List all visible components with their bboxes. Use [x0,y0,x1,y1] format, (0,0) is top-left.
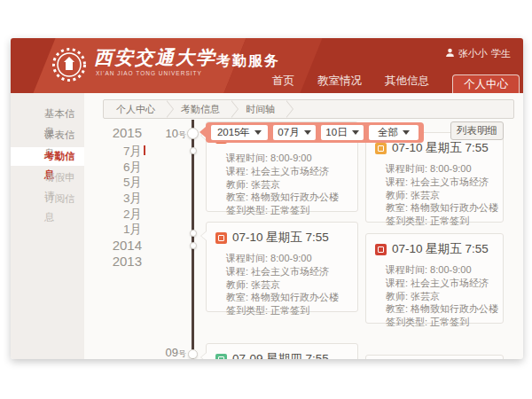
breadcrumb: 个人中心 考勤信息 时间轴 [103,99,514,119]
sidebar-item-basic-info[interactable]: 基本信息 [11,105,84,123]
type-select[interactable]: 全部 [369,125,419,140]
card-title: 07-10 星期五 7:55 [392,241,489,257]
card-title: 07-10 星期五 7:55 [232,230,329,246]
sidebar-item-leave-request[interactable]: 请假申请 [11,168,84,187]
card-line-signin-type: 签到类型: 正常签到 [226,304,357,317]
timeline-year-2014[interactable]: 2014 [96,238,142,253]
timeline-month-mar[interactable]: 3月 [96,191,142,207]
chevron-down-icon [403,130,410,135]
card-title: 07-09 星期四 7:55 [232,351,329,359]
month-select[interactable]: 07月 [273,125,316,140]
app-window: 西安交通大学 XI'AN JIAO TONG UNIVERSITY 考勤服务 张… [11,38,523,359]
card-line-course-time: 课程时间: 8:00-9:00 [226,252,357,265]
attendance-card: 07-10 星期五 7:55 课程时间: 8:00-9:00 课程: 社会主义市… [365,132,504,223]
card-line-course: 课程: 社会主义市场经济 [226,265,357,278]
timeline-month-may[interactable]: 5月 [96,175,142,191]
card-line-course: 课程: 社会主义市场经济 [226,165,357,178]
timeline-day-label-09: 09号 [144,346,186,359]
attendance-card: 07-09 星期四 7:55 [206,343,358,359]
timeline-node [190,147,197,154]
card-line-course: 课程: 社会主义市场经济 [386,176,503,189]
nav-personal-center-active-tab[interactable]: 个人中心 [452,74,520,93]
nav-home[interactable]: 首页 [272,74,294,93]
card-line-classroom: 教室: 格物致知行政办公楼 [226,291,357,304]
card-line-course-time: 课程时间: 8:00-9:00 [386,263,503,277]
timeline-year-2015[interactable]: 2015 [96,125,142,140]
card-line-teacher: 教师: 张芸京 [226,278,357,292]
date-filter-callout: 2015年 07月 10日 全部 [206,122,424,143]
timeline-year-2013[interactable]: 2013 [96,254,142,269]
chevron-down-icon [254,130,262,135]
card-line-classroom: 教室: 格物致知行政办公楼 [386,201,503,215]
attendance-type-icon [375,143,387,154]
card-line-teacher: 教师: 张芸京 [386,189,503,202]
timeline-axis [192,120,194,359]
attendance-card: 07-10 星期五 7:55 课程时间: 8:00-9:00 课程: 社会主义市… [365,233,504,324]
app-header: 西安交通大学 XI'AN JIAO TONG UNIVERSITY 考勤服务 张… [11,38,523,93]
chevron-down-icon [304,130,311,135]
card-line-teacher: 教师: 张芸京 [386,290,503,303]
attendance-type-icon [215,354,227,360]
card-line-signin-type: 签到类型: 正常签到 [226,204,357,217]
timeline-day-label-10: 10号 [144,127,186,141]
timeline-month-feb[interactable]: 2月 [96,207,142,223]
day-select[interactable]: 10日 [321,125,364,140]
university-name-en: XI'AN JIAO TONG UNIVERSITY [96,70,202,76]
card-line-course-time: 课程时间: 8:00-9:00 [386,162,503,176]
attendance-type-icon [375,244,387,255]
nav-classrooms[interactable]: 教室情况 [317,74,362,93]
breadcrumb-personal-center[interactable]: 个人中心 [104,100,166,118]
card-line-signin-type: 签到类型: 正常签到 [386,316,503,329]
chevron-down-icon [352,130,359,135]
timeline-node-day [188,349,198,359]
sidebar-item-schedule[interactable]: 课表信息 [11,126,84,145]
user-name: 张小小 [458,47,488,60]
year-select[interactable]: 2015年 [211,125,268,140]
card-line-course-time: 课程时间: 8:00-9:00 [226,152,357,165]
university-name-cn: 西安交通大学 [94,45,216,70]
attendance-card: 07-10 星期五 7:55 课程时间: 8:00-9:00 课程: 社会主义市… [206,222,358,312]
breadcrumb-timeline[interactable]: 时间轴 [233,100,286,118]
breadcrumb-attendance[interactable]: 考勤信息 [168,100,231,118]
card-line-teacher: 教师: 张芸京 [226,178,357,192]
timeline-node [190,242,197,249]
user-menu[interactable]: 张小小 学生 [445,47,511,60]
university-logo-icon [51,47,87,82]
nav-other-info[interactable]: 其他信息 [385,74,429,93]
timeline-month-jan[interactable]: 1月 [96,222,142,238]
sidebar: 基本信息 课表信息 考勤信息 请假申请 订阅信息 [11,93,84,359]
timeline-month-jun[interactable]: 6月 [96,160,142,176]
card-line-course: 课程: 社会主义市场经济 [386,277,503,290]
list-detail-button[interactable]: 列表明细 [450,121,504,140]
user-role: 学生 [491,47,511,60]
person-icon [445,48,455,59]
app-title: 考勤服务 [216,52,280,71]
card-line-classroom: 教室: 格物致知行政办公楼 [226,191,357,204]
selected-month-marker [144,145,145,155]
sidebar-item-attendance[interactable]: 考勤信息 [11,147,84,166]
card-line-signin-type: 签到类型: 正常签到 [386,215,503,228]
timeline-month-jul[interactable]: 7月 [96,144,142,160]
timeline-node-day [187,128,199,139]
attendance-card [365,355,504,359]
attendance-type-icon [215,232,227,244]
sidebar-item-subscription[interactable]: 订阅信息 [11,190,84,208]
timeline-node [190,230,197,237]
main-nav: 首页 教室情况 其他信息 个人中心 [272,74,520,93]
card-line-classroom: 教室: 格物致知行政办公楼 [386,302,503,316]
